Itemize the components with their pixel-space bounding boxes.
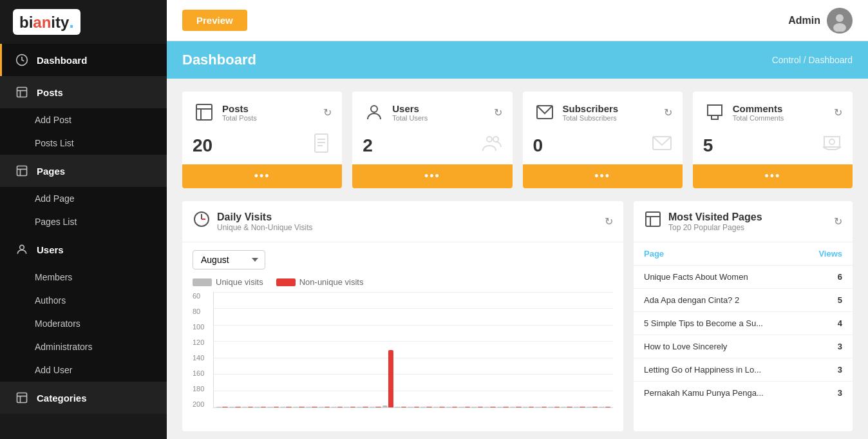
top-header: Preview Admin	[167, 0, 868, 41]
svg-point-26	[829, 139, 835, 144]
y-label: 180	[193, 385, 213, 393]
unique-bar	[382, 405, 388, 407]
stat-refresh-icon[interactable]: ↻	[494, 106, 502, 119]
bar-group	[446, 292, 458, 407]
non-unique-bar	[542, 407, 547, 407]
sidebar-item-pages[interactable]: Pages	[0, 155, 167, 187]
stat-header: Posts Total Posts ↻	[182, 92, 342, 129]
page-views: 3	[838, 342, 842, 351]
bar-group	[471, 292, 483, 407]
non-unique-bar	[503, 407, 508, 407]
svg-point-23	[493, 137, 498, 142]
stat-body: 5	[693, 129, 853, 164]
bar-group	[561, 292, 572, 407]
most-visited-card: Most Visited Pages Top 20 Popular Pages …	[634, 201, 853, 431]
unique-bar	[446, 407, 451, 407]
unique-bar	[229, 407, 234, 407]
legend-non-unique: Non-unique visits	[276, 277, 364, 287]
stat-footer[interactable]: •••	[523, 164, 683, 188]
bar-group	[254, 292, 266, 407]
chart-area: 2001801601401201008060	[182, 292, 623, 431]
unique-bar	[497, 407, 502, 407]
svg-rect-8	[17, 393, 27, 403]
sidebar-subitem-pages-list[interactable]: Pages List	[0, 210, 167, 233]
non-unique-bar	[401, 407, 406, 407]
stat-body: 2	[352, 129, 512, 164]
sidebar-subitem-moderators[interactable]: Moderators	[0, 312, 167, 335]
svg-rect-1	[17, 88, 27, 97]
main-content: Preview Admin Dashboard Control / Dashbo…	[167, 0, 868, 439]
unique-bar	[548, 407, 553, 407]
daily-visits-title-area: Daily Visits Unique & Non-Unique Visits	[193, 210, 313, 233]
stat-footer[interactable]: •••	[182, 164, 342, 188]
svg-point-7	[20, 245, 24, 249]
sidebar-subitem-posts-list[interactable]: Posts List	[0, 132, 167, 155]
stat-subtitle-text: Total Comments	[733, 114, 784, 122]
preview-button[interactable]: Preview	[182, 10, 247, 31]
stat-footer[interactable]: •••	[352, 164, 512, 188]
logo: bianity.	[0, 0, 167, 44]
page-views: 5	[838, 295, 842, 305]
non-unique-bar	[222, 407, 227, 407]
most-visited-header: Most Visited Pages Top 20 Popular Pages …	[634, 201, 853, 242]
unique-bar	[420, 407, 426, 407]
stat-number: 20	[193, 135, 212, 156]
bar-group	[344, 292, 355, 407]
unique-bar	[408, 407, 413, 407]
month-select[interactable]: JanuaryFebruaryMarchAprilMayJuneJulyAugu…	[193, 250, 265, 269]
chart-y-labels: 2001801601401201008060	[193, 292, 213, 408]
users-icon	[15, 242, 29, 257]
visits-controls: JanuaryFebruaryMarchAprilMayJuneJulyAugu…	[182, 242, 623, 277]
pages-icon	[15, 164, 29, 178]
sidebar-item-users[interactable]: Users	[0, 233, 167, 266]
non-unique-bar	[426, 407, 431, 407]
bar-group	[331, 292, 343, 407]
stat-icon	[193, 101, 216, 124]
stat-card-users: Users Total Users ↻ 2 •••	[352, 92, 512, 188]
stat-card-comments: Comments Total Comments ↻ 5 •••	[693, 92, 853, 188]
page-views: 4	[838, 318, 842, 328]
bar-group	[523, 292, 534, 407]
sidebar-subitem-add-user[interactable]: Add User	[0, 358, 167, 382]
sidebar-item-dashboard[interactable]: Dashboard	[0, 44, 167, 76]
chart-legend: Unique visits Non-unique visits	[182, 277, 623, 292]
daily-visits-refresh-icon[interactable]: ↻	[605, 215, 613, 228]
stat-refresh-icon[interactable]: ↻	[323, 106, 332, 119]
unique-bar	[535, 407, 540, 407]
sidebar-item-posts[interactable]: Posts	[0, 76, 167, 108]
bar-group	[319, 292, 330, 407]
pages-table-header: Page Views	[634, 242, 853, 266]
page-name: How to Love Sincerely	[644, 342, 838, 351]
sidebar-subitem-add-page[interactable]: Add Page	[0, 187, 167, 210]
stat-header: Comments Total Comments ↻	[693, 92, 853, 129]
y-label: 120	[193, 338, 213, 346]
most-visited-title-area: Most Visited Pages Top 20 Popular Pages	[644, 210, 762, 233]
bar-group	[408, 292, 419, 407]
daily-visits-card: Daily Visits Unique & Non-Unique Visits …	[182, 201, 623, 431]
table-row: How to Love Sincerely 3	[634, 335, 853, 358]
sidebar-subitem-add-post[interactable]: Add Post	[0, 108, 167, 132]
bar-group	[357, 292, 368, 407]
stat-refresh-icon[interactable]: ↻	[834, 106, 842, 119]
table-row: Pernakah Kamu Punya Penga... 3	[634, 382, 853, 404]
sidebar-subitem-members[interactable]: Members	[0, 266, 167, 289]
unique-bar	[523, 407, 528, 407]
bar-group	[293, 292, 305, 407]
non-unique-bar	[605, 407, 610, 407]
sidebar-item-categories[interactable]: Categories	[0, 382, 167, 414]
unique-bar	[280, 407, 285, 407]
stat-title-area: Users Total Users	[363, 101, 428, 124]
table-row: Letting Go of Happiness in Lo... 3	[634, 358, 853, 382]
bar-group	[484, 292, 496, 407]
non-unique-bar	[580, 407, 585, 407]
sidebar-subitem-administrators[interactable]: Administrators	[0, 335, 167, 358]
stat-body-icon	[311, 133, 332, 158]
sidebar-subitem-authors[interactable]: Authors	[0, 289, 167, 312]
stat-refresh-icon[interactable]: ↻	[664, 106, 672, 119]
most-visited-refresh-icon[interactable]: ↻	[834, 215, 842, 228]
unique-bar	[331, 407, 336, 407]
non-unique-bar	[414, 407, 419, 407]
sidebar-item-label: Categories	[37, 393, 87, 404]
dashboard-icon	[15, 53, 29, 67]
stat-footer[interactable]: •••	[693, 164, 853, 188]
